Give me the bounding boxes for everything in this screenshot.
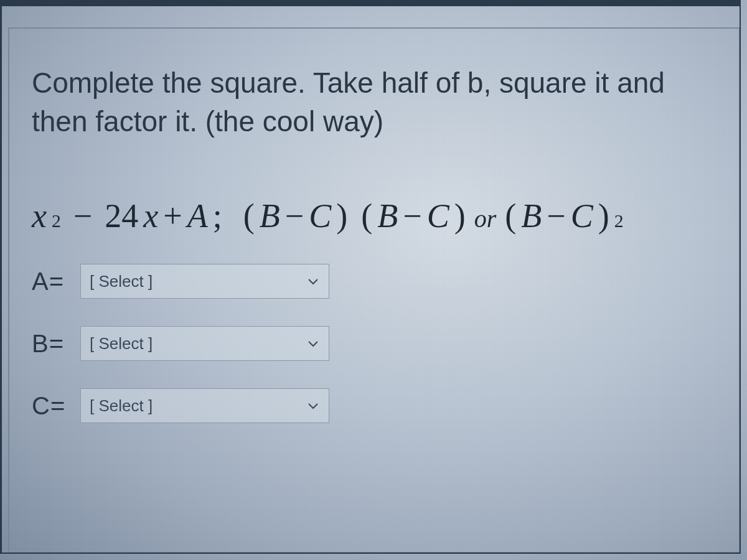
math-lp2: ( (361, 197, 372, 235)
label-C: C= (32, 392, 80, 420)
math-B1: B (260, 197, 280, 235)
label-A: A= (32, 268, 80, 296)
math-coef: 24 (105, 197, 138, 235)
math-B2: B (377, 197, 398, 235)
select-B-placeholder: [ Select ] (90, 334, 153, 353)
question-prompt: Complete the square. Take half of b, squ… (32, 63, 704, 141)
math-rp3: ) (598, 197, 609, 235)
math-minus: − (66, 197, 100, 235)
select-B[interactable]: [ Select ] (80, 326, 329, 361)
math-x2: x (143, 197, 158, 235)
math-rp1: ) (336, 197, 347, 235)
math-m2: − (285, 197, 304, 235)
math-or: or (471, 204, 500, 233)
label-B: B= (32, 330, 80, 358)
chevron-down-icon (308, 402, 319, 409)
math-expression: x2 − 24x + A; (B − C) (B − C) or (B − C)… (32, 197, 708, 235)
select-C[interactable]: [ Select ] (80, 388, 329, 423)
select-A[interactable]: [ Select ] (80, 264, 329, 299)
math-lp3: ( (505, 197, 516, 235)
math-x: x (32, 197, 47, 235)
math-C3: C (571, 197, 593, 235)
math-A: A (187, 197, 208, 235)
math-m3: − (403, 197, 421, 235)
math-C1: C (309, 197, 331, 235)
select-A-placeholder: [ Select ] (90, 272, 153, 291)
math-B3: B (521, 197, 542, 235)
chevron-down-icon (308, 278, 319, 285)
select-C-placeholder: [ Select ] (90, 396, 153, 416)
answer-row-B: B= [ Select ] (32, 326, 708, 361)
math-C2: C (427, 197, 449, 235)
answer-row-C: C= [ Select ] (32, 388, 708, 423)
outer-frame: Complete the square. Take half of b, squ… (0, 0, 741, 554)
math-semi: ; (213, 197, 222, 235)
chevron-down-icon (308, 340, 319, 347)
math-plus: + (163, 197, 182, 235)
math-m4: − (547, 197, 565, 235)
math-rp2: ) (454, 197, 466, 235)
answer-row-A: A= [ Select ] (32, 264, 708, 299)
question-panel: Complete the square. Take half of b, squ… (8, 27, 740, 553)
math-lp1: ( (243, 197, 255, 235)
